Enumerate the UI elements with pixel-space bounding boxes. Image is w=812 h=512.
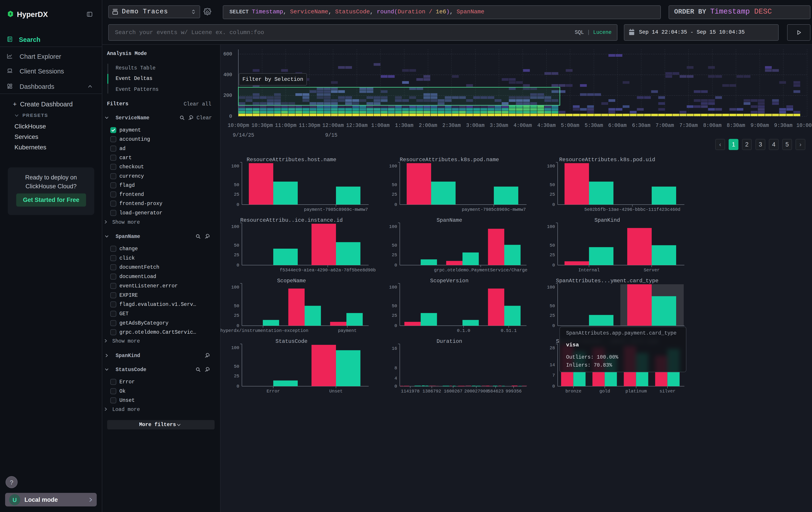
svg-text:25: 25	[550, 192, 555, 197]
svg-text:ResourceAttributes.k8s.pod.nam: ResourceAttributes.k8s.pod.name	[400, 157, 499, 163]
svg-text:12:00am: 12:00am	[322, 123, 344, 129]
svg-text:9/14/25: 9/14/25	[233, 132, 254, 138]
svg-text:ResourceAttributes.k8s.pod.uid: ResourceAttributes.k8s.pod.uid	[559, 157, 655, 163]
svg-text:12:30am: 12:30am	[346, 123, 368, 129]
svg-text:0: 0	[552, 202, 555, 207]
svg-text:50: 50	[550, 303, 555, 308]
svg-text:6:00am: 6:00am	[608, 123, 627, 129]
svg-text:SpanAttributes...yment.card_ty: SpanAttributes...yment.card_type	[556, 278, 659, 284]
svg-text:0: 0	[395, 384, 397, 389]
svg-text:25: 25	[550, 313, 555, 318]
svg-text:5:00am: 5:00am	[561, 123, 579, 129]
svg-text:100: 100	[231, 345, 239, 350]
svg-text:25: 25	[234, 252, 239, 258]
svg-text:0: 0	[552, 384, 555, 389]
svg-text:11:30pm: 11:30pm	[299, 123, 320, 129]
svg-text:25: 25	[234, 192, 239, 197]
svg-text:Server: Server	[644, 268, 660, 273]
svg-text:25: 25	[392, 192, 397, 197]
svg-text:3:30am: 3:30am	[490, 123, 508, 129]
svg-text:200: 200	[223, 93, 232, 99]
svg-text:ScopeName: ScopeName	[277, 278, 306, 284]
svg-text:400: 400	[223, 72, 232, 78]
svg-text:1386792: 1386792	[423, 389, 441, 394]
svg-text:4:00am: 4:00am	[514, 123, 532, 129]
svg-text:9:30am: 9:30am	[774, 123, 793, 129]
svg-text:100: 100	[547, 224, 555, 229]
svg-text:100: 100	[389, 164, 397, 169]
svg-text:gold: gold	[600, 389, 610, 394]
svg-text:2:30am: 2:30am	[442, 123, 461, 129]
svg-text:25: 25	[392, 313, 397, 318]
svg-text:4:30am: 4:30am	[538, 123, 556, 129]
svg-text:25: 25	[234, 374, 239, 379]
svg-text:7:30am: 7:30am	[679, 123, 698, 129]
svg-text:SpanName: SpanName	[436, 217, 462, 223]
svg-text:Duration: Duration	[436, 339, 462, 344]
svg-text:0: 0	[237, 263, 239, 268]
svg-text:silver: silver	[660, 389, 675, 394]
svg-text:0.1.0: 0.1.0	[457, 328, 470, 333]
svg-text:ResourceAttributes.host.name: ResourceAttributes.host.name	[246, 157, 336, 163]
svg-text:1141978: 1141978	[401, 389, 419, 394]
svg-text:50: 50	[550, 182, 555, 187]
svg-text:ResourceAttribu..ice.instance.: ResourceAttribu..ice.instance.id	[240, 217, 343, 223]
svg-text:8: 8	[395, 366, 397, 371]
svg-text:25: 25	[234, 313, 239, 318]
svg-text:6:30am: 6:30am	[632, 123, 650, 129]
svg-text:10:00am: 10:00am	[796, 123, 812, 129]
svg-text:0: 0	[395, 202, 397, 207]
svg-text:0: 0	[395, 323, 397, 328]
svg-text:28: 28	[550, 346, 555, 351]
svg-text:100: 100	[547, 164, 555, 169]
svg-text:100: 100	[231, 224, 239, 229]
svg-text:200027900: 200027900	[464, 389, 488, 394]
svg-text:4: 4	[395, 376, 397, 381]
svg-text:14: 14	[550, 362, 555, 368]
svg-text:0: 0	[552, 263, 555, 268]
svg-text:584623: 584623	[488, 389, 503, 394]
svg-text:0.51.1: 0.51.1	[501, 328, 517, 333]
svg-text:9/15: 9/15	[325, 132, 337, 138]
svg-text:3:00am: 3:00am	[466, 123, 485, 129]
svg-text:50: 50	[392, 303, 397, 308]
svg-text:9:00am: 9:00am	[751, 123, 769, 129]
svg-text:100: 100	[231, 164, 239, 169]
svg-text:100: 100	[231, 285, 239, 290]
svg-text:2:00am: 2:00am	[419, 123, 437, 129]
svg-text:payment-7985c8969c-mwmw7: payment-7985c8969c-mwmw7	[304, 207, 368, 212]
svg-text:Unset: Unset	[329, 389, 343, 394]
svg-text:50: 50	[234, 364, 239, 369]
svg-text:0: 0	[237, 384, 239, 389]
svg-text:@hyperdx/instrumentation-excep: @hyperdx/instrumentation-exception	[218, 328, 309, 333]
svg-text:grpc.oteldemo.PaymentService/C: grpc.oteldemo.PaymentService/Charge	[434, 268, 527, 273]
svg-text:SpanKind: SpanKind	[594, 217, 620, 223]
svg-text:f5344ec9-a1ea-4290-a62a-78f5be: f5344ec9-a1ea-4290-a62a-78f5bee8d90b	[280, 268, 376, 273]
svg-text:50: 50	[234, 303, 239, 308]
svg-text:0: 0	[552, 323, 555, 328]
svg-text:payment: payment	[338, 328, 357, 333]
svg-text:1:30am: 1:30am	[395, 123, 413, 129]
svg-text:5e02b5fb-13ae-4296-bbbc-111f42: 5e02b5fb-13ae-4296-bbbc-111f423c460d	[584, 207, 680, 212]
svg-text:Internal: Internal	[578, 268, 600, 273]
svg-text:25: 25	[550, 252, 555, 258]
svg-text:50: 50	[550, 243, 555, 248]
svg-text:25: 25	[392, 252, 397, 258]
svg-text:50: 50	[392, 182, 397, 187]
svg-text:0: 0	[237, 323, 239, 328]
svg-text:Error: Error	[267, 389, 280, 394]
svg-text:100: 100	[389, 224, 397, 229]
svg-text:600: 600	[223, 51, 232, 57]
svg-text:50: 50	[392, 243, 397, 248]
svg-text:7:00am: 7:00am	[656, 123, 674, 129]
svg-text:0: 0	[237, 202, 239, 207]
svg-text:50: 50	[234, 182, 239, 187]
svg-text:platinum: platinum	[626, 389, 647, 394]
svg-text:0: 0	[395, 263, 397, 268]
svg-text:16: 16	[392, 346, 397, 351]
svg-text:100: 100	[547, 285, 555, 290]
svg-text:1:00am: 1:00am	[371, 123, 390, 129]
svg-text:8:30am: 8:30am	[727, 123, 745, 129]
svg-text:1600267: 1600267	[444, 389, 462, 394]
svg-text:10:00pm: 10:00pm	[228, 123, 249, 129]
